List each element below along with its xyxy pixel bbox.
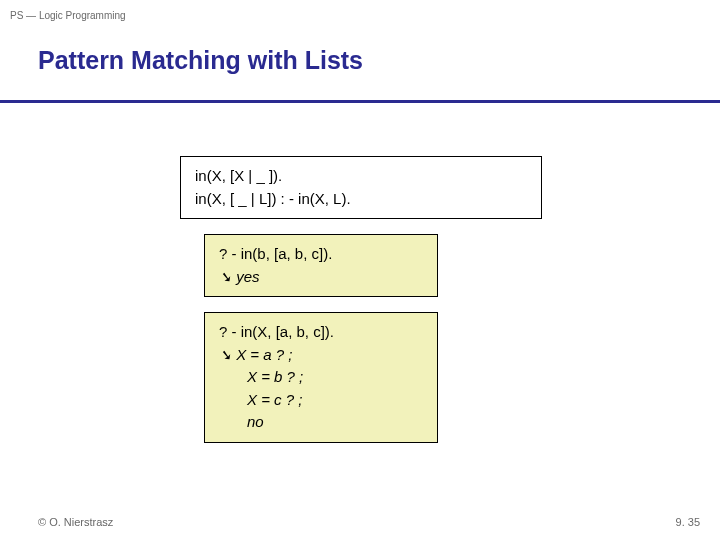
code-line: in(X, [ _ | L]) : - in(X, L). (195, 188, 527, 211)
query-line: ? - in(b, [a, b, c]). (219, 243, 423, 266)
footer-author: © O. Nierstrasz (38, 516, 113, 528)
query-box-2: ? - in(X, [a, b, c]). ➘ X = a ? ; X = b … (204, 312, 438, 443)
query-line: ? - in(X, [a, b, c]). (219, 321, 423, 344)
result-text: X = a ? ; (232, 346, 292, 363)
result-text: yes (232, 268, 260, 285)
result-line: ➘ X = a ? ; (219, 344, 423, 367)
code-definition-box: in(X, [X | _ ]). in(X, [ _ | L]) : - in(… (180, 156, 542, 219)
query-box-1: ? - in(b, [a, b, c]). ➘ yes (204, 234, 438, 297)
arrow-down-right-icon: ➘ (219, 268, 232, 285)
result-line: X = b ? ; (219, 366, 423, 389)
page-title: Pattern Matching with Lists (38, 46, 363, 75)
breadcrumb: PS — Logic Programming (10, 10, 126, 21)
result-line: no (219, 411, 423, 434)
title-divider (0, 100, 720, 103)
footer-page-number: 9. 35 (676, 516, 700, 528)
arrow-down-right-icon: ➘ (219, 346, 232, 363)
result-line: X = c ? ; (219, 389, 423, 412)
code-line: in(X, [X | _ ]). (195, 165, 527, 188)
result-line: ➘ yes (219, 266, 423, 289)
